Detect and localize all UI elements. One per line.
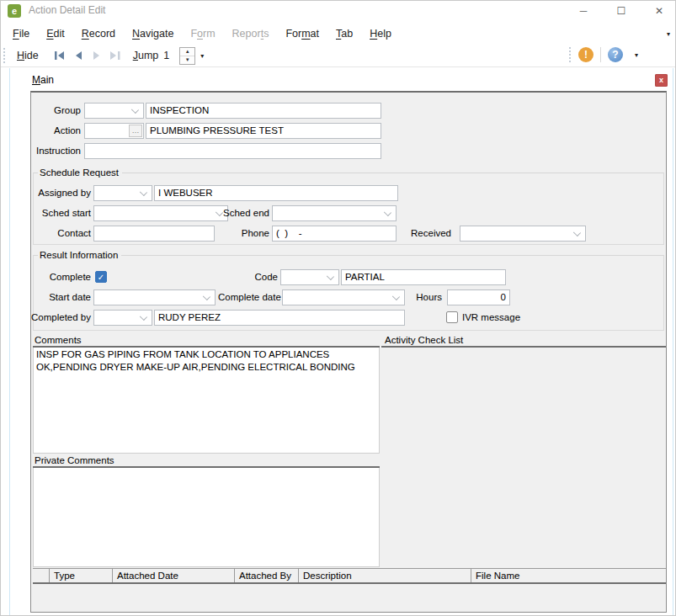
chevron-down-icon[interactable]: [140, 189, 147, 196]
menu-bar: File Edit Record Navigate Form Reports F…: [1, 24, 675, 44]
chevron-down-icon[interactable]: [131, 106, 139, 114]
received-combo[interactable]: [460, 226, 586, 242]
previous-record-icon: [73, 50, 83, 61]
attachments-col-attached-by[interactable]: Attached By: [235, 569, 299, 582]
menu-item-reports: Reports: [224, 25, 278, 42]
app-icon: e: [8, 4, 21, 18]
chevron-down-icon[interactable]: [384, 209, 391, 216]
last-record-button: [106, 48, 125, 63]
next-record-button: [88, 48, 106, 63]
group-code-combo[interactable]: 4: [84, 103, 144, 119]
action-lookup-button[interactable]: …: [129, 125, 142, 137]
next-record-icon: [92, 50, 102, 61]
first-record-button[interactable]: [51, 48, 69, 63]
complete-label: Complete: [31, 269, 91, 285]
private-comments-textarea[interactable]: [33, 468, 380, 567]
tab-main[interactable]: Main: [32, 74, 54, 86]
toolbar-separator: [600, 47, 601, 62]
attachments-col-file-name[interactable]: File Name: [471, 569, 666, 582]
help-dropdown-icon[interactable]: ▾: [635, 51, 638, 59]
assigned-by-combo[interactable]: iwebuser: [93, 185, 152, 201]
tab-close-icon[interactable]: x: [655, 74, 668, 87]
toolbar-separator: [569, 47, 572, 62]
sched-end-label: Sched end: [200, 205, 269, 221]
group-label: Group: [31, 103, 81, 119]
start-date-combo[interactable]: 06/03/2016 01:26:21 PM: [93, 289, 216, 305]
app-window: e Action Detail Edit ─ ☐ ✕ File Edit Rec…: [0, 0, 676, 616]
menu-item-tab[interactable]: Tab: [327, 25, 361, 42]
hours-label: Hours: [385, 289, 442, 305]
menu-item-navigate[interactable]: Navigate: [124, 25, 182, 42]
menu-item-record[interactable]: Record: [73, 25, 124, 42]
activity-checklist-header: Activity Check List: [385, 334, 463, 346]
spinner-up-button[interactable]: ▲: [180, 48, 194, 56]
minimize-button[interactable]: ─: [567, 1, 600, 21]
menu-item-file[interactable]: File: [4, 25, 38, 42]
attachments-col-description[interactable]: Description: [299, 569, 471, 582]
menu-item-help[interactable]: Help: [361, 25, 400, 42]
attachments-empty-area[interactable]: [33, 584, 666, 613]
maximize-button[interactable]: ☐: [604, 1, 638, 21]
toolbar-grip-icon[interactable]: [3, 48, 8, 63]
window-title: Action Detail Edit: [29, 4, 105, 16]
private-comments-header: Private Comments: [35, 454, 114, 466]
warning-icon[interactable]: !: [578, 47, 593, 62]
assigned-by-label: Assigned by: [31, 185, 91, 201]
code-label: Code: [233, 269, 278, 285]
activity-checklist-area[interactable]: [381, 348, 666, 584]
completed-by-desc-input[interactable]: RUDY PEREZ: [154, 310, 405, 326]
completed-by-label: Completed by: [31, 310, 91, 326]
assigned-by-desc-input[interactable]: I WEBUSER: [154, 185, 398, 201]
completed-by-combo[interactable]: rperez2: [93, 310, 152, 326]
toolbar-dropdown-icon[interactable]: ▾: [200, 52, 204, 60]
instruction-label: Instruction: [31, 143, 81, 159]
title-bar: e Action Detail Edit ─ ☐ ✕: [1, 1, 675, 21]
ivr-message-label: IVR message: [462, 310, 538, 326]
received-label: Received: [351, 226, 451, 242]
chevron-down-icon[interactable]: [573, 229, 581, 236]
contact-input[interactable]: [93, 226, 215, 242]
toolbar-right-group: ! ? ▾: [569, 47, 638, 62]
previous-record-button[interactable]: [69, 48, 88, 63]
attachments-col-selector[interactable]: [33, 569, 50, 582]
last-record-icon: [109, 50, 121, 61]
comments-textarea[interactable]: INSP FOR GAS PIPING FROM TANK LOCATION T…: [33, 348, 380, 454]
menubar-overflow-icon[interactable]: ▾: [667, 30, 670, 38]
jump-label: Jump: [133, 50, 159, 61]
attachments-table-header: Type Attached Date Attached By Descripti…: [33, 568, 666, 584]
complete-date-label: Complete date: [218, 289, 280, 305]
action-code-input[interactable]: pl044 …: [84, 123, 144, 139]
contact-label: Contact: [31, 226, 91, 242]
hours-input[interactable]: 0: [447, 289, 510, 305]
attachments-col-attached-date[interactable]: Attached Date: [113, 569, 235, 582]
group-desc-input[interactable]: INSPECTION: [146, 103, 381, 119]
code-desc-input[interactable]: PARTIAL: [341, 269, 506, 285]
chevron-down-icon[interactable]: [203, 293, 210, 300]
sched-start-label: Sched start: [31, 205, 91, 221]
menu-item-form: Form: [182, 25, 223, 42]
comments-header: Comments: [35, 334, 82, 346]
attachments-col-type[interactable]: Type: [50, 569, 113, 582]
chevron-down-icon[interactable]: [140, 313, 147, 321]
main-form-panel: Group 4 INSPECTION Action pl044 … PLUMBI…: [30, 91, 667, 613]
help-icon[interactable]: ?: [608, 47, 623, 62]
spinner-down-button[interactable]: ▼: [180, 56, 194, 64]
sched-end-combo[interactable]: 06/03/2016 02:28:32 PM: [272, 205, 397, 221]
action-label: Action: [31, 123, 81, 139]
jump-value[interactable]: 1: [163, 50, 169, 61]
client-area: Main x Group 4 INSPECTION Action pl044 ……: [9, 68, 673, 616]
instruction-input[interactable]: [84, 143, 381, 159]
code-combo[interactable]: part: [280, 269, 339, 285]
chevron-down-icon[interactable]: [327, 273, 334, 280]
start-date-label: Start date: [31, 289, 91, 305]
ivr-message-checkbox[interactable]: [446, 311, 458, 323]
toolbar: Hide Jump 1 ▲ ▼: [1, 45, 675, 67]
hide-button[interactable]: Hide: [12, 48, 44, 63]
phone-label: Phone: [216, 226, 269, 242]
first-record-icon: [54, 50, 66, 61]
complete-checkbox[interactable]: ✓: [95, 271, 107, 283]
menu-item-edit[interactable]: Edit: [38, 25, 73, 42]
action-desc-input[interactable]: PLUMBING PRESSURE TEST: [146, 123, 381, 139]
close-button[interactable]: ✕: [642, 1, 676, 21]
menu-item-format[interactable]: Format: [277, 25, 327, 42]
